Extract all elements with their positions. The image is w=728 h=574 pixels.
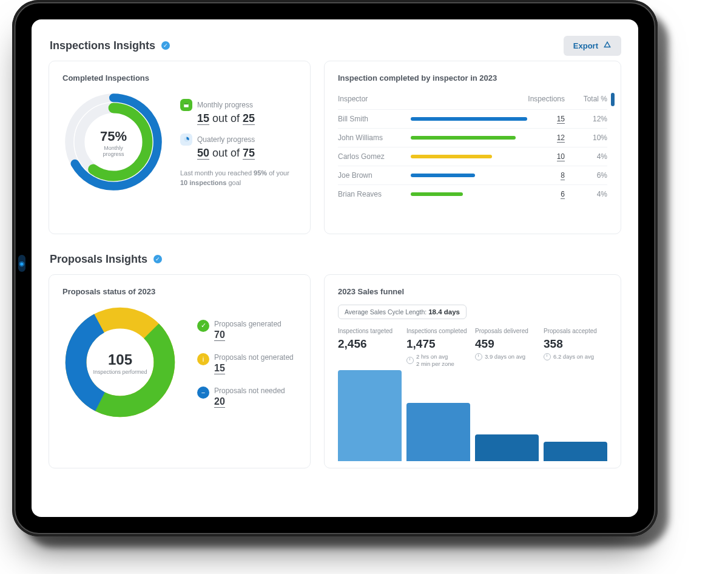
inspector-name: John Williams: [338, 133, 411, 142]
sales-funnel-card: 2023 Sales funnel Average Sales Cycle Le…: [324, 274, 621, 468]
table-row[interactable]: John Williams1210%: [338, 128, 607, 147]
inspector-pct: 4%: [571, 152, 607, 161]
completed-inspections-title: Completed Inspections: [62, 73, 297, 83]
status-icon: ✓: [197, 320, 209, 332]
completed-inspections-card: Completed Inspections: [49, 61, 311, 234]
proposal-item-value: 20: [214, 396, 225, 408]
funnel-bar: [475, 434, 539, 461]
svg-point-1: [69, 98, 158, 186]
inspector-pct: 4%: [571, 190, 607, 198]
funnel-bar: [406, 403, 470, 461]
sales-cycle-pill: Average Sales Cycle Length: 18.4 days: [338, 305, 467, 319]
col-inspections: Inspections: [527, 95, 571, 103]
inspector-count: 8: [561, 171, 565, 180]
svg-rect-4: [184, 103, 189, 107]
inspector-count: 10: [557, 152, 565, 161]
funnel-label: Proposals delivered: [475, 328, 539, 336]
clock-icon: [544, 353, 551, 360]
donut-center-label: Monthly progress: [103, 146, 124, 158]
proposals-status-card: Proposals status of 2023 105 Inspections…: [49, 274, 311, 468]
proposal-status-item: ✓Proposals generated70: [197, 320, 294, 341]
status-icon: −: [197, 387, 209, 399]
status-icon: i: [197, 353, 209, 365]
inspections-section-title: Inspections Insights: [50, 39, 155, 52]
svg-point-3: [79, 108, 147, 176]
power-button-icon: ◉: [18, 255, 25, 272]
export-button[interactable]: Export: [564, 36, 621, 56]
proposal-item-label: Proposals not needed: [214, 387, 285, 395]
proposals-status-title: Proposals status of 2023: [62, 287, 297, 296]
proposals-center-value: 105: [108, 351, 132, 368]
tablet-frame: ◉ Inspections Insights ✓ Export Complete…: [12, 0, 658, 536]
proposal-item-label: Proposals generated: [214, 320, 281, 328]
monthly-progress-label: Monthly progress: [197, 101, 253, 109]
table-row[interactable]: Joe Brown86%: [338, 166, 607, 184]
proposals-center-label: Inspections performed: [93, 370, 147, 376]
inspector-name: Bill Smith: [338, 115, 411, 123]
funnel-column: Proposals delivered4593.9 days on avg: [475, 328, 539, 461]
inspector-bar: [411, 192, 527, 196]
inspector-bar: [411, 155, 527, 158]
monthly-current: 15: [197, 112, 209, 125]
inspector-name: Joe Brown: [338, 171, 411, 180]
inspector-bar: [411, 136, 527, 140]
quarterly-progress-label: Quaterly progress: [197, 135, 255, 144]
table-row[interactable]: Carlos Gomez104%: [338, 147, 607, 166]
pie-icon: [180, 133, 192, 146]
proposal-item-label: Proposals not generated: [214, 353, 294, 362]
verified-icon: ✓: [161, 41, 170, 50]
funnel-value: 1,475: [406, 337, 470, 351]
inspector-pct: 12%: [571, 115, 607, 123]
monthly-join: out of: [209, 112, 243, 124]
quarterly-join: out of: [209, 147, 243, 159]
clock-icon: [406, 357, 414, 364]
inspector-bar: [411, 174, 527, 177]
svg-point-7: [62, 305, 178, 420]
inspector-table-title: Inspection completed by inspector in 202…: [338, 73, 607, 83]
inspector-bar: [411, 117, 527, 121]
svg-point-2: [79, 108, 147, 176]
sales-funnel-title: 2023 Sales funnel: [338, 287, 607, 296]
funnel-column: Inspections completed1,4752 hrs on avg 2…: [406, 328, 470, 461]
scrollbar-thumb[interactable]: [611, 93, 615, 106]
svg-point-9: [62, 305, 178, 420]
funnel-column: Proposals accepted3586.2 days on avg: [544, 328, 607, 461]
inspector-pct: 6%: [571, 171, 607, 180]
col-total: Total %: [571, 95, 607, 103]
inspector-count: 6: [561, 190, 565, 199]
funnel-label: Proposals accepted: [544, 328, 607, 336]
proposals-donut: 105 Inspections performed: [62, 305, 178, 422]
inspector-count: 12: [557, 133, 565, 143]
svg-rect-5: [184, 103, 189, 104]
calendar-icon: [180, 99, 192, 111]
verified-icon: ✓: [153, 255, 162, 263]
funnel-label: Inspections completed: [406, 328, 470, 336]
inspector-count: 15: [557, 115, 565, 124]
funnel-note: 2 hrs on avg 2 min per zone: [406, 353, 470, 368]
export-label: Export: [573, 41, 598, 50]
inspector-table-card: Inspection completed by inspector in 202…: [324, 61, 621, 234]
clock-icon: [475, 353, 482, 360]
quarterly-total: 75: [243, 147, 255, 160]
quarterly-current: 50: [197, 147, 209, 160]
funnel-bar: [544, 442, 607, 461]
proposal-status-item: iProposals not generated15: [197, 353, 294, 374]
monthly-total: 25: [243, 112, 255, 125]
donut-center-value: 75%: [100, 129, 127, 144]
table-row[interactable]: Brian Reaves64%: [338, 184, 607, 203]
funnel-value: 358: [544, 337, 607, 351]
export-icon: [603, 41, 612, 51]
table-row[interactable]: Bill Smith1512%: [338, 109, 607, 128]
funnel-note: 3.9 days on avg: [475, 353, 539, 360]
proposal-item-value: 70: [214, 329, 225, 341]
inspector-pct: 10%: [571, 133, 607, 142]
proposals-section-title: Proposals Insights: [50, 253, 147, 266]
svg-point-6: [184, 137, 189, 141]
inspector-name: Carlos Gomez: [338, 152, 411, 161]
svg-point-0: [69, 98, 158, 186]
funnel-value: 459: [475, 337, 539, 351]
proposal-status-item: −Proposals not needed20: [197, 387, 294, 408]
funnel-bar: [338, 370, 402, 461]
funnel-column: Inspections targeted2,456: [338, 328, 402, 461]
svg-point-8: [62, 305, 178, 420]
